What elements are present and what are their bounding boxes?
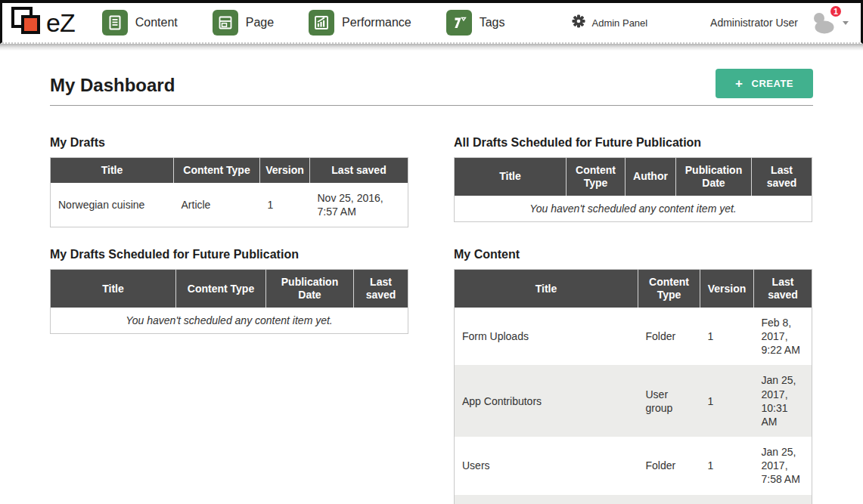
nav-item-performance[interactable]: Performance [309,10,411,36]
column-header: Title [455,158,567,196]
section-all-drafts-scheduled: All Drafts Scheduled for Future Publicat… [454,136,812,227]
column-header: Last saved [752,158,812,196]
section-title: My Drafts Scheduled for Future Publicati… [50,248,408,261]
notification-badge: 1 [829,5,843,18]
table-cell: 1 [260,183,310,227]
table-cell: Jan 25, 2017, 10:31 AM [754,365,812,437]
section-title: All Drafts Scheduled for Future Publicat… [454,136,812,150]
all-drafts-scheduled-table: TitleContent TypeAuthorPublication DateL… [454,157,812,222]
table-row[interactable]: App ContributorsUser group1Jan 25, 2017,… [455,365,812,437]
column-header: Last saved [310,158,408,183]
column-header: Publication Date [266,270,354,308]
my-content-table: TitleContent TypeVersionLast savedForm U… [454,269,812,504]
section-my-drafts-scheduled: My Drafts Scheduled for Future Publicati… [50,248,408,504]
nav-shadow-divider [0,44,863,51]
empty-message: You haven't scheduled any content item y… [51,308,408,334]
page-title: My Dashboard [50,75,175,96]
column-header: Author [626,158,676,196]
table-cell: 1 [700,308,754,366]
user-menu[interactable]: Administrator User 1 [710,11,849,34]
my-drafts-table: TitleContent TypeVersionLast savedNorweg… [50,157,408,227]
section-title: My Content [454,248,812,261]
table-cell: Jan 25, 2017, 7:55 AM [754,495,812,504]
table-cell: Jan 25, 2017, 7:58 AM [754,437,812,495]
ez-logo[interactable]: eZ [10,5,75,41]
section-my-drafts: My Drafts TitleContent TypeVersionLast s… [50,136,408,227]
table-cell: Users [455,437,638,495]
page-icon [213,10,238,36]
table-cell: Folder [638,437,700,495]
section-my-content: My Content TitleContent TypeVersionLast … [454,248,812,504]
empty-row: You haven't scheduled any content item y… [51,308,408,334]
nav-item-label: Page [246,16,274,29]
nav-item-label: Performance [342,16,411,29]
table-header-row: TitleContent TypePublication DateLast sa… [51,270,408,308]
table-cell: User group [638,365,700,437]
table-row[interactable]: AppFolder1Jan 25, 2017, 7:55 AM [455,495,812,504]
tags-icon [446,10,472,36]
empty-row: You haven't scheduled any content item y… [455,196,812,222]
table-cell: 1 [700,437,754,495]
admin-panel-label: Admin Panel [592,17,648,29]
create-button[interactable]: + CREATE [716,69,813,98]
table-cell: 1 [700,495,754,504]
ez-logo-text: eZ [46,8,75,38]
column-header: Content Type [174,158,260,183]
table-cell: App [455,495,638,504]
table-cell: 1 [700,365,754,437]
plus-icon: + [735,77,743,90]
my-drafts-scheduled-table: TitleContent TypePublication DateLast sa… [50,269,408,334]
empty-message: You haven't scheduled any content item y… [455,196,812,222]
table-cell: Article [174,183,260,227]
create-button-label: CREATE [752,78,793,89]
column-header: Content Type [176,270,266,308]
table-cell: Form Uploads [455,308,638,366]
dashboard-main: My Dashboard + CREATE My Drafts TitleCon… [0,51,863,504]
column-header: Content Type [638,270,700,308]
column-header: Publication Date [676,158,752,196]
table-cell: Norwegian cuisine [51,183,174,227]
column-header: Last saved [354,270,408,308]
nav-item-label: Content [135,16,178,29]
nav-item-label: Tags [480,16,505,29]
user-name: Administrator User [710,17,798,29]
table-header-row: TitleContent TypeVersionLast saved [455,270,812,308]
table-row[interactable]: UsersFolder1Jan 25, 2017, 7:58 AM [455,437,812,495]
table-header-row: TitleContent TypeAuthorPublication DateL… [455,158,812,196]
column-header: Title [455,270,638,308]
table-row[interactable]: Form UploadsFolder1Feb 8, 2017, 9:22 AM [455,308,812,366]
column-header: Version [700,270,754,308]
column-header: Content Type [567,158,626,196]
nav-item-page[interactable]: Page [213,10,274,36]
page-header: My Dashboard + CREATE [50,69,813,106]
top-nav-bar: eZ Content Page [0,0,863,44]
table-cell: Folder [638,495,700,504]
column-header: Title [51,270,176,308]
admin-panel-button[interactable]: Admin Panel [572,14,648,31]
content-icon [102,10,128,36]
nav-item-content[interactable]: Content [102,10,178,36]
chevron-down-icon [843,21,849,25]
table-cell: Folder [638,308,700,366]
table-cell: Feb 8, 2017, 9:22 AM [754,308,812,366]
table-row[interactable]: Norwegian cuisineArticle1Nov 25, 2016, 7… [51,183,408,227]
column-header: Version [260,158,310,183]
dashboard-grid: My Drafts TitleContent TypeVersionLast s… [50,136,813,504]
avatar[interactable]: 1 [810,11,836,34]
main-nav: Content Page [102,10,505,36]
performance-icon [309,10,334,36]
column-header: Title [51,158,174,183]
table-header-row: TitleContent TypeVersionLast saved [51,158,408,183]
nav-item-tags[interactable]: Tags [446,10,505,36]
table-cell: App Contributors [455,365,638,437]
table-cell: Nov 25, 2016, 7:57 AM [310,183,408,227]
section-title: My Drafts [50,136,408,150]
gear-icon [572,14,585,31]
column-header: Last saved [754,270,812,308]
ez-logo-icon [10,5,45,41]
